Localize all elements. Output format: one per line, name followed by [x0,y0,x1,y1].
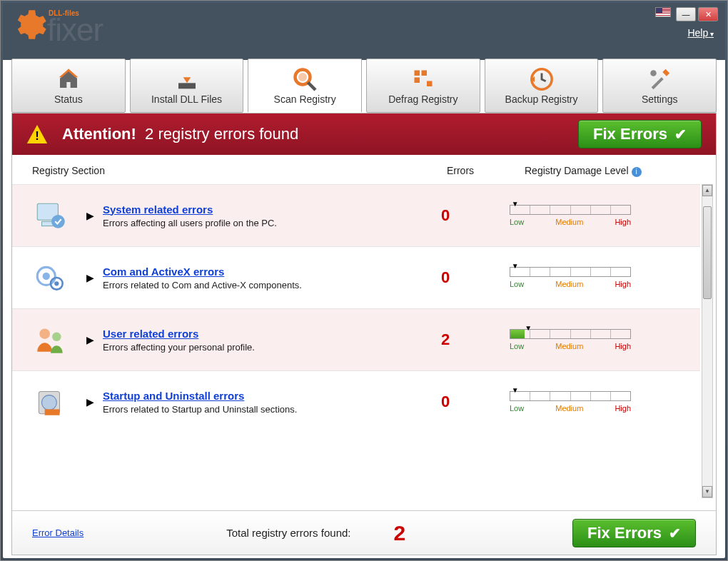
damage-meter: ▼ [510,329,631,339]
damage-meter: ▼ [510,391,631,401]
result-row: ▶User related errorsErrors affecting you… [12,308,700,370]
scan-results: ▶System related errorsErrors affecting a… [12,184,716,498]
check-icon: ✔ [674,126,687,143]
damage-labels: LowMediumHigh [510,342,631,350]
category-icon [29,198,72,233]
result-row: ▶Startup and Uninstall errorsErrors rela… [12,370,700,433]
fix-errors-button-bottom[interactable]: Fix Errors✔ [572,519,696,547]
fix-label: Fix Errors [587,524,662,542]
warning-icon: ! [26,125,48,143]
col-damage: Registry Damage Leveli [503,165,696,177]
expand-arrow-icon[interactable]: ▶ [86,272,94,283]
tab-label: Status [54,94,83,105]
language-flag-icon[interactable] [655,7,671,17]
category-link[interactable]: Com and ActiveX errors [103,266,224,278]
damage-cell: ▼LowMediumHigh [488,267,683,288]
expand-arrow-icon[interactable]: ▶ [86,396,94,408]
help-menu[interactable]: Help [687,27,714,39]
category-icon [29,260,72,295]
row-body: System related errorsErrors affecting al… [103,203,403,228]
tab-install[interactable]: Install DLL Files [130,59,244,113]
scroll-thumb[interactable] [703,206,712,299]
expand-arrow-icon[interactable]: ▶ [86,334,94,345]
svg-rect-4 [414,71,420,76]
category-icon [29,322,72,358]
content-panel: ! Attention! 2 registry errors found Fix… [11,113,717,555]
svg-rect-5 [421,71,427,76]
category-link[interactable]: System related errors [103,203,213,216]
damage-meter: ▼ [510,267,631,277]
category-desc: Errors related to Startup and Uninstall … [103,404,403,415]
home-icon [56,66,81,92]
tab-status[interactable]: Status [11,59,126,113]
attention-banner: ! Attention! 2 registry errors found Fix… [12,113,716,155]
close-button[interactable]: ✕ [698,7,718,21]
scroll-up[interactable]: ▲ [702,185,712,196]
scroll-down[interactable]: ▼ [702,486,712,497]
damage-labels: LowMediumHigh [510,404,631,413]
svg-point-21 [42,395,57,410]
app-window: DLL-files fixer — ✕ Help Status Install … [0,0,728,561]
attention-word: Attention! [62,125,136,143]
svg-point-9 [650,70,657,76]
damage-cell: ▼LowMediumHigh [488,205,683,226]
check-icon: ✔ [669,525,681,542]
result-row: ▶System related errorsErrors affecting a… [12,184,700,246]
row-body: User related errorsErrors affecting your… [103,328,403,353]
svg-rect-22 [45,409,60,415]
banner-message: 2 registry errors found [145,125,298,143]
total-count: 2 [394,521,406,545]
damage-labels: LowMediumHigh [510,280,631,288]
window-controls: — ✕ [655,7,718,21]
tab-label: Scan Registry [274,94,336,105]
error-count: 2 [403,330,488,349]
category-icon [29,384,72,420]
category-link[interactable]: User related errors [103,328,198,340]
defrag-icon [410,66,436,92]
damage-cell: ▼LowMediumHigh [488,329,683,350]
main-tabs: Status Install DLL Files Scan Registry D… [3,59,725,113]
category-desc: Errors affecting all users profile on th… [103,218,403,228]
svg-point-2 [298,73,307,81]
tab-settings[interactable]: Settings [602,59,717,113]
error-count: 0 [403,206,488,225]
damage-labels: LowMediumHigh [510,218,631,226]
svg-rect-7 [427,81,433,87]
svg-point-13 [51,215,65,228]
column-headers: Registry Section Errors Registry Damage … [12,155,716,184]
result-row: ▶Com and ActiveX errorsErrors related to… [12,246,700,308]
col-section: Registry Section [32,165,418,177]
tab-defrag[interactable]: Defrag Registry [366,59,480,113]
total-label: Total registry errors found: [226,527,350,539]
tools-icon [647,66,672,92]
magnifier-icon [292,66,318,92]
col-errors: Errors [418,165,503,177]
row-body: Com and ActiveX errorsErrors related to … [103,266,403,290]
svg-rect-0 [178,83,196,89]
minimize-button[interactable]: — [676,7,696,21]
fix-errors-button-top[interactable]: Fix Errors✔ [578,120,702,148]
category-link[interactable]: Startup and Uninstall errors [103,390,244,402]
banner-text: Attention! 2 registry errors found [62,125,298,143]
tab-label: Backup Registry [505,94,578,105]
app-logo: DLL-files fixer [10,7,103,44]
damage-cell: ▼LowMediumHigh [488,391,683,413]
logo-name: fixer [47,17,103,42]
tab-scan-registry[interactable]: Scan Registry [248,59,362,113]
error-details-link[interactable]: Error Details [32,527,84,538]
svg-point-18 [39,328,50,339]
info-icon[interactable]: i [632,167,642,177]
svg-point-19 [52,333,61,342]
titlebar: DLL-files fixer — ✕ Help [3,3,725,60]
category-desc: Errors related to Com and Active-X compo… [103,280,403,290]
download-icon [174,66,200,92]
scrollbar[interactable]: ▲ ▼ [702,184,713,498]
svg-rect-6 [414,78,420,84]
clock-backup-icon [529,66,555,92]
gear-icon [10,7,47,44]
expand-arrow-icon[interactable]: ▶ [86,210,94,221]
error-count: 0 [403,268,488,287]
row-body: Startup and Uninstall errorsErrors relat… [103,390,403,415]
damage-meter: ▼ [510,205,631,215]
tab-backup[interactable]: Backup Registry [485,59,599,113]
